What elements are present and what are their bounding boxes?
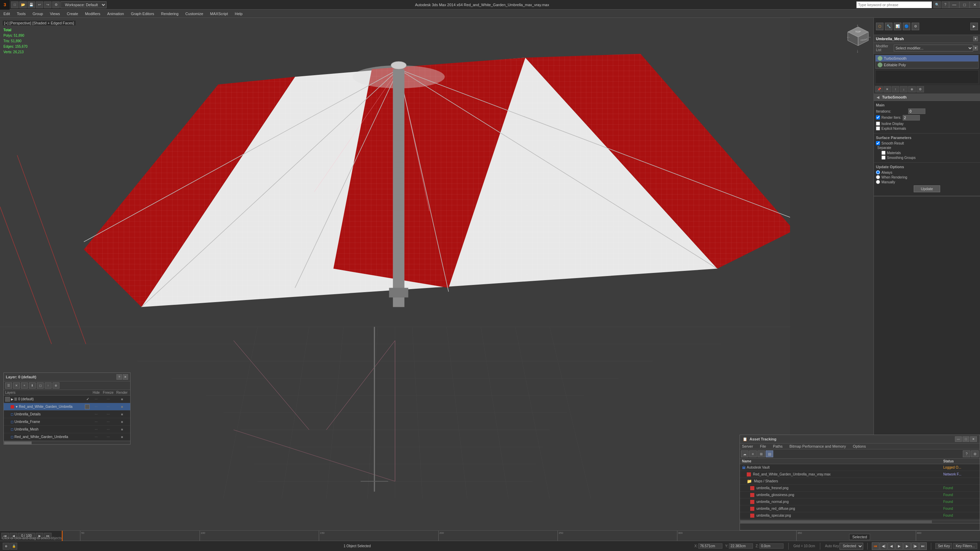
search-input[interactable] <box>856 2 932 8</box>
undo-btn[interactable]: ↩ <box>36 2 43 8</box>
layer-panel-help[interactable]: ? <box>116 374 122 380</box>
asset-row-maps[interactable]: 📁 Maps / Shaders <box>740 478 980 485</box>
asset-menu-bitmap[interactable]: Bitmap Performance and Memory <box>789 444 846 448</box>
menu-customize[interactable]: Customize <box>182 10 207 18</box>
timeline-ruler[interactable]: 50 100 150 200 250 300 350 400 <box>62 531 980 541</box>
asset-tb-btn3[interactable]: ⊞ <box>757 450 765 457</box>
render-iters-input[interactable] <box>903 115 920 121</box>
asset-tb-settings[interactable]: ⚙ <box>971 450 978 457</box>
statusbar-icon-select[interactable]: ⊕ <box>3 543 10 549</box>
smoothing-groups-checkbox[interactable] <box>881 156 886 160</box>
layer-row-umbrella2[interactable]: ◻ Red_and_White_Garden_Umbrella ··· ··· … <box>4 433 130 441</box>
modifier-editable-poly[interactable]: Editable Poly <box>876 62 978 68</box>
manually-radio[interactable] <box>876 180 880 184</box>
asset-row-glossiness[interactable]: umbrella_glossiness.png Found <box>740 492 980 499</box>
search-icon[interactable]: 🔍 <box>933 2 941 8</box>
autokey-dropdown[interactable]: Selected <box>840 543 863 549</box>
play-btn-play[interactable]: ▶ <box>896 542 903 550</box>
asset-tb-help[interactable]: ? <box>963 450 970 457</box>
turbosmooth-collapse-arrow[interactable]: ◀ <box>877 95 879 99</box>
play-btn-first[interactable]: ⏮ <box>872 542 879 550</box>
layer-delete-btn[interactable]: ✕ <box>13 383 20 389</box>
rp-icon-5[interactable]: ⚙ <box>912 23 919 30</box>
layer-select-btn[interactable]: ⊕ <box>52 383 59 389</box>
help-icon[interactable]: ? <box>942 2 949 8</box>
layer-move-obj-btn[interactable]: ↑ <box>45 383 51 389</box>
render-iters-checkbox[interactable] <box>876 115 880 119</box>
layer-new-btn[interactable]: + <box>21 383 28 389</box>
timeline-playhead[interactable] <box>62 531 62 541</box>
mod-btn-remove[interactable]: ✕ <box>883 86 891 92</box>
layer-row-default[interactable]: ▶ ☰ 0 (default) ✓ ··· ··· ■ <box>4 395 130 403</box>
explicit-normals-checkbox[interactable] <box>876 126 880 130</box>
asset-tb-btn4[interactable]: ▤ <box>766 450 773 457</box>
coord-y-input[interactable] <box>729 543 753 549</box>
rp-icon-3[interactable]: 📊 <box>894 23 901 30</box>
save-btn[interactable]: 💾 <box>27 2 35 8</box>
menu-animation[interactable]: Animation <box>104 10 127 18</box>
mod-btn-configure[interactable]: ⚙ <box>916 86 924 92</box>
menu-rendering[interactable]: Rendering <box>158 10 182 18</box>
iterations-input[interactable] <box>908 108 925 114</box>
asset-row-normal[interactable]: umbrella_normal.png Found <box>740 499 980 505</box>
asset-close-btn[interactable]: ✕ <box>970 436 977 442</box>
rp-icon-4[interactable]: 🔵 <box>903 23 910 30</box>
layer-default-check2[interactable]: ✓ <box>84 397 91 401</box>
layer-umbrella-checkbox[interactable] <box>85 405 90 409</box>
menu-modifiers[interactable]: Modifiers <box>81 10 104 18</box>
layer-scrollbar[interactable] <box>4 441 130 444</box>
asset-menu-paths[interactable]: Paths <box>773 444 783 448</box>
layer-scrollbar-thumb[interactable] <box>4 441 32 444</box>
key-filters-button[interactable]: Key Filters... <box>953 543 977 549</box>
statusbar-icon-lock[interactable]: 🔒 <box>10 543 17 549</box>
play-btn-last[interactable]: ⏭ <box>919 542 927 550</box>
asset-row-vault[interactable]: 🏛 Autodesk Vault Logged O... <box>740 464 980 471</box>
isoline-checkbox[interactable] <box>876 122 880 125</box>
when-rendering-radio[interactable] <box>876 175 880 179</box>
layer-create-obj-btn[interactable]: ◻ <box>37 383 44 389</box>
layer-row-mesh[interactable]: ◻ Umbrella_Mesh ··· ··· ■ <box>4 426 130 433</box>
mod-btn-paste[interactable]: ↓ <box>900 86 907 92</box>
set-key-button[interactable]: Set Key <box>935 543 952 549</box>
menu-create[interactable]: Create <box>63 10 81 18</box>
asset-minimize-btn[interactable]: — <box>955 436 962 442</box>
menu-graph-editors[interactable]: Graph Editors <box>127 10 158 18</box>
modifier-expand-btn[interactable]: ▼ <box>973 46 978 51</box>
asset-scrollbar-h[interactable] <box>740 520 980 523</box>
play-btn-prev-key[interactable]: ◀| <box>880 542 887 550</box>
coord-z-input[interactable] <box>759 543 784 549</box>
smooth-result-checkbox[interactable] <box>876 141 880 145</box>
mod-btn-pin[interactable]: 📌 <box>875 86 883 92</box>
menu-views[interactable]: Views <box>46 10 63 18</box>
mod-btn-make-unique[interactable]: ⊕ <box>908 86 916 92</box>
layer-row-details[interactable]: ◻ Umbrella_Details ··· ··· ■ <box>4 411 130 418</box>
layer-merge-btn[interactable]: ⬇ <box>29 383 36 389</box>
layer-panel-close[interactable]: ✕ <box>123 374 128 380</box>
rp-icon-6[interactable]: ▶ <box>970 23 978 30</box>
layer-add-btn[interactable]: ☰ <box>5 383 12 389</box>
maximize-button[interactable]: □ <box>959 2 970 8</box>
asset-row-diffuse[interactable]: umbrella_red_diffuse.png Found <box>740 505 980 512</box>
viewport[interactable] <box>0 18 790 533</box>
menu-maxscript[interactable]: MAXScript <box>207 10 232 18</box>
materials-checkbox[interactable] <box>881 151 886 155</box>
redo-btn[interactable]: ↪ <box>44 2 51 8</box>
rp-icon-1[interactable]: ⬡ <box>876 23 883 30</box>
play-btn-prev[interactable]: ◀ <box>888 542 895 550</box>
asset-scrollbar-h-thumb[interactable] <box>740 521 932 523</box>
modifier-turbosmooth[interactable]: TurboSmooth <box>876 55 978 62</box>
workspace-dropdown[interactable]: Workspace: Default <box>60 2 107 8</box>
asset-tb-btn2[interactable]: ≡ <box>749 450 757 457</box>
coord-x-input[interactable] <box>698 543 722 549</box>
menu-tools[interactable]: Tools <box>13 10 29 18</box>
new-btn[interactable]: □ <box>11 2 19 8</box>
asset-maximize-btn[interactable]: □ <box>963 436 969 442</box>
asset-menu-server[interactable]: Server <box>742 444 753 448</box>
update-button[interactable]: Update <box>914 186 940 192</box>
asset-row-specular[interactable]: umbrella_specular.png Found <box>740 512 980 519</box>
mod-btn-copy[interactable]: ↑ <box>892 86 899 92</box>
navigation-cube[interactable]: TOP FRONT ← → ↑ ↓ <box>843 23 870 51</box>
layer-default-check[interactable] <box>5 397 10 402</box>
layer-row-umbrella[interactable]: ▼ Red_and_White_Garden_Umbrella ··· ··· … <box>4 403 130 411</box>
object-name-expand[interactable]: ▼ <box>973 37 978 41</box>
